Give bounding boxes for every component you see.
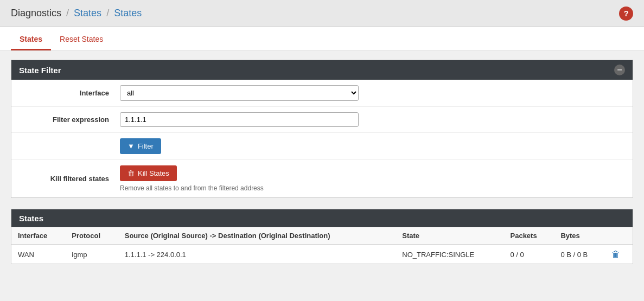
interface-select[interactable]: all <box>120 85 359 101</box>
filter-expression-control <box>120 112 622 127</box>
filter-expression-row: Filter expression <box>11 107 633 133</box>
interface-row: Interface all <box>11 80 633 107</box>
cell-protocol: igmp <box>65 245 118 264</box>
filter-button[interactable]: ▼ Filter <box>120 138 161 154</box>
col-header-packets: Packets <box>504 227 554 245</box>
state-filter-title: State Filter <box>19 66 61 75</box>
tab-states[interactable]: States <box>11 27 51 50</box>
kill-states-button[interactable]: 🗑 Kill States <box>120 165 177 181</box>
states-table-title: States <box>11 209 633 227</box>
cell-interface: WAN <box>11 245 65 264</box>
kill-states-button-label: Kill States <box>138 169 169 177</box>
breadcrumb-sep2: / <box>106 8 112 18</box>
kill-description: Remove all states to and from the filter… <box>120 184 622 192</box>
col-header-actions <box>605 227 633 245</box>
cell-state: NO_TRAFFIC:SINGLE <box>396 245 503 264</box>
interface-label: Interface <box>22 89 120 97</box>
breadcrumb: Diagnostics / States / States <box>11 8 142 19</box>
kill-states-label: Kill filtered states <box>22 175 120 183</box>
filter-button-row: ▼ Filter <box>11 133 633 160</box>
cell-bytes: 0 B / 0 B <box>554 245 605 264</box>
tab-reset-states[interactable]: Reset States <box>51 27 112 50</box>
breadcrumb-root: Diagnostics <box>11 8 61 18</box>
table-header-row: Interface Protocol Source (Original Sour… <box>11 227 633 245</box>
interface-control: all <box>120 85 622 101</box>
filter-funnel-icon: ▼ <box>127 142 135 150</box>
breadcrumb-link2[interactable]: States <box>114 8 142 18</box>
trash-icon: 🗑 <box>127 169 135 177</box>
col-header-state: State <box>396 227 503 245</box>
kill-states-control: 🗑 Kill States Remove all states to and f… <box>120 165 622 192</box>
kill-states-row: Kill filtered states 🗑 Kill States Remov… <box>11 160 633 197</box>
col-header-source-dest: Source (Original Source) -> Destination … <box>118 227 396 245</box>
breadcrumb-link1[interactable]: States <box>74 8 101 18</box>
states-table: Interface Protocol Source (Original Sour… <box>11 227 633 264</box>
col-header-bytes: Bytes <box>554 227 605 245</box>
page-header: Diagnostics / States / States ? <box>0 0 644 27</box>
col-header-interface: Interface <box>11 227 65 245</box>
cell-packets: 0 / 0 <box>504 245 554 264</box>
help-icon[interactable]: ? <box>619 7 633 21</box>
breadcrumb-sep1: / <box>66 8 72 18</box>
cell-delete: 🗑 <box>605 245 633 264</box>
state-filter-panel-header: State Filter − <box>11 60 633 80</box>
delete-row-icon[interactable]: 🗑 <box>611 249 620 259</box>
filter-expression-label: Filter expression <box>22 116 120 124</box>
states-table-panel: States Interface Protocol Source (Origin… <box>11 209 633 264</box>
tab-bar: States Reset States <box>0 27 644 51</box>
filter-button-label: Filter <box>138 142 154 150</box>
table-row: WAN igmp 1.1.1.1 -> 224.0.0.1 NO_TRAFFIC… <box>11 245 633 264</box>
state-filter-panel: State Filter − Interface all Filter expr… <box>11 60 633 198</box>
filter-expression-input[interactable] <box>120 112 359 127</box>
main-content: State Filter − Interface all Filter expr… <box>0 51 644 273</box>
cell-source-dest: 1.1.1.1 -> 224.0.0.1 <box>118 245 396 264</box>
panel-collapse-button[interactable]: − <box>614 65 625 75</box>
filter-button-control: ▼ Filter <box>120 138 622 154</box>
col-header-protocol: Protocol <box>65 227 118 245</box>
